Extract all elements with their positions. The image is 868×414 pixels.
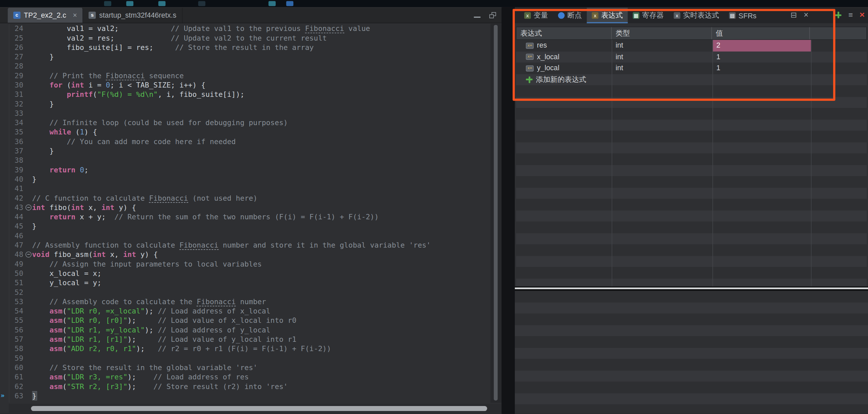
- code-line[interactable]: [32, 288, 490, 297]
- line-number[interactable]: 31: [9, 90, 25, 99]
- code-line[interactable]: asm("ADD r2, r0, r1"); // r2 = r0 + r1 (…: [32, 344, 490, 353]
- code-line[interactable]: // You can add more code here if needed: [32, 137, 490, 146]
- view-tab-registers[interactable]: ▦寄存器: [628, 8, 669, 23]
- code-line[interactable]: asm("LDR r0, [r0]"); // Load value of x_…: [32, 316, 490, 325]
- line-number[interactable]: 37: [9, 146, 25, 155]
- menubar-app-icon[interactable]: [286, 1, 293, 6]
- code-line[interactable]: return x + y; // Return the sum of the t…: [32, 212, 490, 221]
- line-number[interactable]: 58: [9, 344, 25, 353]
- line-number[interactable]: 45: [9, 221, 25, 231]
- line-number[interactable]: 53: [9, 297, 25, 306]
- expression-row[interactable]: x=y_localint1: [516, 63, 867, 74]
- column-header-type[interactable]: 类型: [612, 27, 712, 39]
- line-number[interactable]: 28: [9, 62, 25, 71]
- line-number[interactable]: 56: [9, 325, 25, 334]
- line-number[interactable]: 36: [9, 137, 25, 146]
- menubar-app-icon[interactable]: [104, 1, 112, 6]
- code-line[interactable]: asm("LDR r1, [r1]"); // Load value of y_…: [32, 334, 490, 344]
- fold-collapse-icon[interactable]: −: [26, 204, 32, 210]
- line-number[interactable]: 30: [9, 80, 25, 90]
- line-number[interactable]: 29: [9, 71, 25, 80]
- gutter[interactable]: 2425262728293031323334353637383940414243…: [9, 24, 26, 403]
- code-line[interactable]: [32, 156, 490, 165]
- line-number[interactable]: 35: [9, 127, 25, 137]
- view-menu-icon[interactable]: ≡: [848, 11, 853, 19]
- close-tab-icon[interactable]: ×: [73, 11, 77, 19]
- add-expression-toolbar-icon[interactable]: [835, 12, 842, 18]
- line-number[interactable]: 48: [9, 250, 25, 259]
- pane-splitter[interactable]: [515, 287, 868, 291]
- code-line[interactable]: void fibo_asm(int x, int y) {: [32, 250, 490, 259]
- menubar-app-icon[interactable]: [198, 1, 206, 6]
- line-number[interactable]: 41: [9, 184, 25, 194]
- code-line[interactable]: // Assembly code to calculate the Fibona…: [32, 297, 490, 306]
- column-separator[interactable]: [811, 40, 812, 287]
- code-line[interactable]: [32, 353, 490, 363]
- editor-tab[interactable]: sstartup_stm32f446retx.s: [83, 8, 183, 23]
- line-number[interactable]: 46: [9, 231, 25, 240]
- code-line[interactable]: x_local = x;: [32, 269, 490, 278]
- expression-row[interactable]: x=resint2: [516, 40, 867, 51]
- code-line[interactable]: y_local = y;: [32, 278, 490, 288]
- close-view-icon[interactable]: ×: [859, 11, 865, 19]
- view-tab-variables[interactable]: x变量: [519, 8, 553, 23]
- code-line[interactable]: asm("LDR r3, =res"); // Load address of …: [32, 373, 490, 382]
- line-number[interactable]: 40: [9, 174, 25, 184]
- code-line[interactable]: // Assign the input parameters to local …: [32, 259, 490, 269]
- horizontal-scrollbar-thumb[interactable]: [31, 406, 487, 411]
- pane-divider[interactable]: [501, 7, 515, 414]
- vertical-scrollbar[interactable]: [491, 24, 501, 403]
- code-line[interactable]: asm("LDR r1, =y_local"); // Load address…: [32, 325, 490, 334]
- line-number[interactable]: 61: [9, 373, 25, 382]
- code-line[interactable]: val1 = val2; // Update val1 to the previ…: [32, 24, 490, 33]
- column-header-expression[interactable]: 表达式: [517, 27, 612, 39]
- line-number[interactable]: 33: [9, 109, 25, 118]
- view-tab-live-expressions[interactable]: x实时表达式: [669, 8, 724, 23]
- fold-collapse-icon[interactable]: −: [26, 252, 32, 258]
- line-number[interactable]: 52: [9, 288, 25, 297]
- show-type-names-icon[interactable]: ⊟: [790, 11, 797, 19]
- line-number[interactable]: 50: [9, 269, 25, 278]
- code-line[interactable]: // Store the result in the global variab…: [32, 363, 490, 372]
- line-number[interactable]: 62: [9, 382, 25, 391]
- column-separator[interactable]: [612, 40, 612, 287]
- line-number[interactable]: 24: [9, 24, 25, 33]
- line-number[interactable]: 32: [9, 99, 25, 109]
- code-line[interactable]: int fibo(int x, int y) {: [32, 203, 490, 212]
- menubar-app-icon[interactable]: [268, 1, 276, 6]
- line-number[interactable]: 43: [9, 203, 25, 212]
- code-line[interactable]: }: [32, 52, 490, 61]
- code-line[interactable]: return 0;: [32, 165, 490, 174]
- line-number[interactable]: 38: [9, 156, 25, 165]
- code-line[interactable]: // C function to calculate Fibonacci (no…: [32, 194, 490, 203]
- line-number[interactable]: 49: [9, 259, 25, 269]
- line-number[interactable]: 60: [9, 363, 25, 372]
- menubar-app-icon[interactable]: [158, 1, 166, 6]
- line-number[interactable]: 25: [9, 33, 25, 42]
- code-line[interactable]: [32, 109, 490, 118]
- column-header-value[interactable]: 值: [712, 27, 810, 39]
- line-number[interactable]: 57: [9, 334, 25, 344]
- view-tab-expressions[interactable]: x表达式: [587, 8, 627, 23]
- maximize-view-icon[interactable]: [489, 12, 496, 18]
- expression-row[interactable]: x=x_localint1: [516, 51, 867, 63]
- editor-tab[interactable]: cTP2_ex2_2.c×: [8, 8, 83, 23]
- editor-body[interactable]: » 24252627282930313233343536373839404142…: [0, 24, 502, 403]
- vertical-scrollbar-thumb[interactable]: [494, 25, 498, 401]
- view-tab-breakpoints[interactable]: 断点: [553, 8, 587, 23]
- code-line[interactable]: }: [32, 99, 490, 109]
- line-number[interactable]: 44: [9, 212, 25, 221]
- line-number[interactable]: 34: [9, 118, 25, 127]
- line-number[interactable]: 59: [9, 353, 25, 363]
- code-line[interactable]: asm("STR r2, [r3]"); // Store result (r2…: [32, 382, 490, 391]
- code-line[interactable]: // Print the Fibonacci sequence: [32, 71, 490, 80]
- line-number[interactable]: 51: [9, 278, 25, 288]
- code-line[interactable]: }: [32, 146, 490, 155]
- menubar-app-icon[interactable]: [126, 1, 134, 6]
- code-line[interactable]: }: [32, 174, 490, 184]
- code-line[interactable]: fibo_suite[i] = res; // Store the result…: [32, 42, 490, 52]
- line-number[interactable]: 39: [9, 165, 25, 174]
- line-number[interactable]: 27: [9, 52, 25, 61]
- line-number[interactable]: 42: [9, 194, 25, 203]
- code-area[interactable]: val1 = val2; // Update val1 to the previ…: [32, 24, 490, 403]
